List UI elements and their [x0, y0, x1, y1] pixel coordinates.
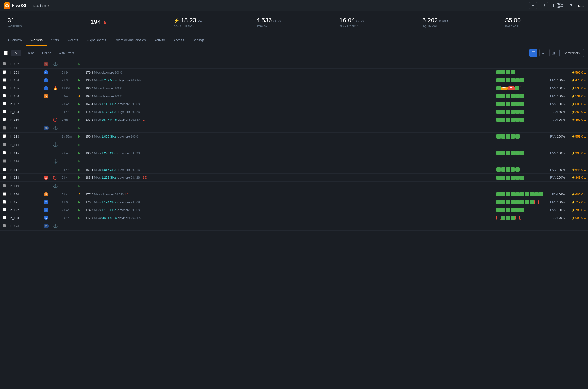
- tab-stats[interactable]: Stats: [47, 35, 63, 46]
- row-checkbox[interactable]: [3, 62, 6, 65]
- worker-name-cell: h_107: [8, 100, 42, 108]
- tab-workers[interactable]: Workers: [26, 35, 47, 46]
- row-checkbox[interactable]: [3, 78, 6, 82]
- view-grid[interactable]: ⊞: [549, 49, 557, 57]
- add-button[interactable]: ＋: [529, 2, 537, 9]
- worker-name[interactable]: h_117: [10, 168, 19, 171]
- show-filters-button[interactable]: Show filters: [559, 49, 584, 57]
- tab-wallets[interactable]: Wallets: [63, 35, 82, 46]
- gpu-bar-item: [501, 70, 505, 74]
- worker-name[interactable]: h_120: [10, 193, 19, 196]
- row-checkbox[interactable]: [3, 224, 6, 227]
- worker-name[interactable]: h_115: [10, 151, 19, 155]
- fan-label: FAN: [550, 208, 556, 212]
- row-checkbox[interactable]: [3, 102, 6, 105]
- worker-name[interactable]: h_107: [10, 102, 19, 106]
- tab-settings[interactable]: Settings: [188, 35, 209, 46]
- filter-tab-with-errors[interactable]: With Errors: [55, 50, 77, 56]
- row-checkbox[interactable]: [3, 208, 6, 211]
- tab-overview[interactable]: Overview: [4, 35, 26, 46]
- worker-name[interactable]: h_123: [10, 216, 19, 220]
- farm-selector[interactable]: stas farm ▾: [33, 4, 49, 8]
- row-checkbox[interactable]: [3, 184, 6, 187]
- gpu-bars: [496, 94, 543, 98]
- header: Hive OS · stas farm ▾ ＋ 🌡 75°C 76°C ⏱ st…: [0, 0, 588, 11]
- fan-value: 100%: [557, 168, 565, 171]
- algo-name: claymore: [117, 151, 130, 155]
- power-value: 690.0 w: [575, 216, 586, 220]
- worker-name[interactable]: h_108: [10, 110, 19, 114]
- gpu-bars: [496, 176, 543, 180]
- gpu-bars: [496, 192, 543, 196]
- hashrate-unit: MH/s: [94, 208, 100, 212]
- flag-cell: N: [76, 182, 84, 191]
- filter-tab-all[interactable]: All: [11, 50, 21, 56]
- row-checkbox[interactable]: [3, 192, 6, 196]
- tab-overclocking[interactable]: Overclocking Profiles: [110, 35, 150, 46]
- logo[interactable]: Hive OS: [4, 2, 26, 9]
- row-checkbox[interactable]: [3, 159, 6, 163]
- logo-text: Hive OS: [12, 3, 26, 8]
- worker-name[interactable]: h_106: [10, 95, 19, 98]
- row-checkbox[interactable]: [3, 151, 6, 154]
- row-checkbox[interactable]: [3, 126, 6, 130]
- worker-name[interactable]: h_119: [10, 184, 19, 188]
- worker-name[interactable]: h_102: [10, 62, 19, 66]
- row-checkbox[interactable]: [3, 200, 6, 203]
- row-checkbox[interactable]: [3, 143, 6, 146]
- hashrate-unit: MH/s: [94, 71, 100, 74]
- username[interactable]: stas: [578, 4, 584, 8]
- worker-name[interactable]: h_122: [10, 208, 19, 212]
- filter-tab-online[interactable]: Online: [22, 50, 38, 56]
- worker-name[interactable]: h_113: [10, 135, 19, 138]
- row-checkbox[interactable]: [3, 168, 6, 171]
- gpu-bar-item: [520, 208, 525, 212]
- tab-access[interactable]: Access: [169, 35, 188, 46]
- ethash-unit: GH/s: [273, 19, 281, 23]
- filter-tab-offline[interactable]: Offline: [39, 50, 54, 56]
- balance-value: $5.00: [505, 17, 521, 24]
- algo-name: claymore: [118, 118, 130, 122]
- gpu-bar-item: [501, 134, 505, 138]
- hashrate-unit: MH/s: [94, 176, 100, 179]
- gpu-bar-item: [515, 192, 520, 196]
- row-checkbox-cell: [0, 149, 8, 157]
- worker-name[interactable]: h_121: [10, 200, 19, 204]
- row-checkbox[interactable]: [3, 118, 6, 121]
- gpu-bar-item: [530, 200, 534, 204]
- row-checkbox[interactable]: [3, 86, 6, 89]
- tab-flight-sheets[interactable]: Flight Sheets: [83, 35, 111, 46]
- worker-name[interactable]: h_110: [10, 118, 19, 122]
- row-checkbox[interactable]: [3, 134, 6, 138]
- flag-cell: N: [76, 149, 84, 157]
- gpu-bar-item: [515, 200, 520, 204]
- algo-name: claymore: [118, 78, 130, 82]
- gpu-bar-item: [520, 118, 525, 122]
- worker-name[interactable]: h_124: [10, 224, 19, 228]
- row-checkbox[interactable]: [3, 94, 6, 97]
- row-checkbox[interactable]: [3, 176, 6, 179]
- row-checkbox[interactable]: [3, 216, 6, 219]
- gpu-bar-item: [511, 200, 515, 204]
- table-row: h_105 1🔥1d 22hN166.8 MH/s claymore 100%7…: [0, 84, 588, 92]
- view-list-compact[interactable]: ≡: [539, 49, 548, 57]
- flag-n: N: [78, 200, 80, 204]
- row-checkbox-cell: [0, 60, 8, 68]
- worker-name[interactable]: h_111: [10, 127, 19, 130]
- worker-name[interactable]: h_118: [10, 176, 19, 179]
- row-checkbox[interactable]: [3, 70, 6, 74]
- clock-icon[interactable]: ⏱: [567, 2, 574, 9]
- worker-name[interactable]: h_103: [10, 71, 19, 74]
- power-cell: ⚡690.0 w: [567, 214, 588, 222]
- tab-activity[interactable]: Activity: [150, 35, 169, 46]
- worker-name[interactable]: h_105: [10, 86, 19, 90]
- view-list-detailed[interactable]: ☰: [529, 49, 537, 57]
- worker-name[interactable]: h_116: [10, 160, 19, 163]
- row-checkbox[interactable]: [3, 110, 6, 113]
- uptime-cell: 2d 4h: [60, 174, 76, 182]
- power-value: 606.0 w: [575, 102, 586, 106]
- worker-name[interactable]: h_114: [10, 143, 19, 147]
- worker-name[interactable]: h_104: [10, 78, 19, 82]
- select-all-checkbox[interactable]: [4, 51, 8, 55]
- rocket-icon[interactable]: [541, 2, 548, 9]
